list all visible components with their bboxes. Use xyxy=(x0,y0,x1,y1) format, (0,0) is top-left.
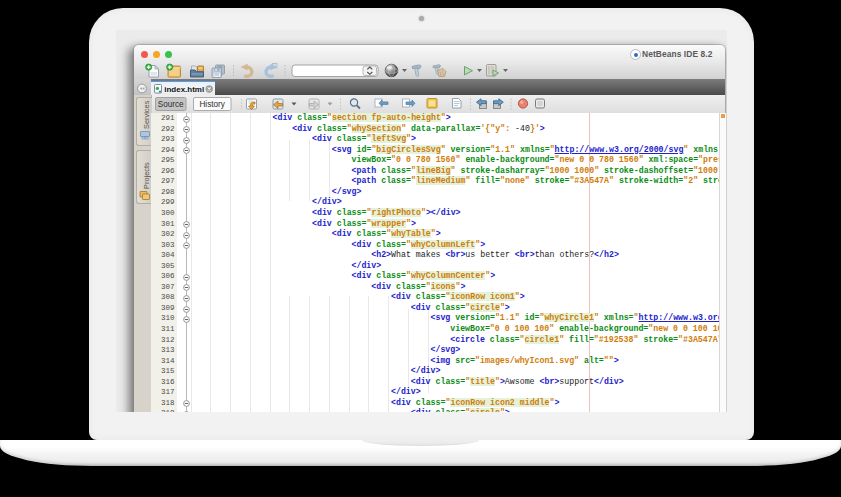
svg-text:index.html: index.html xyxy=(164,85,204,94)
svg-text:History: History xyxy=(199,100,225,109)
svg-text:Projects: Projects xyxy=(141,162,150,189)
svg-text:Source: Source xyxy=(158,100,184,109)
svg-text:Services: Services xyxy=(141,100,150,129)
